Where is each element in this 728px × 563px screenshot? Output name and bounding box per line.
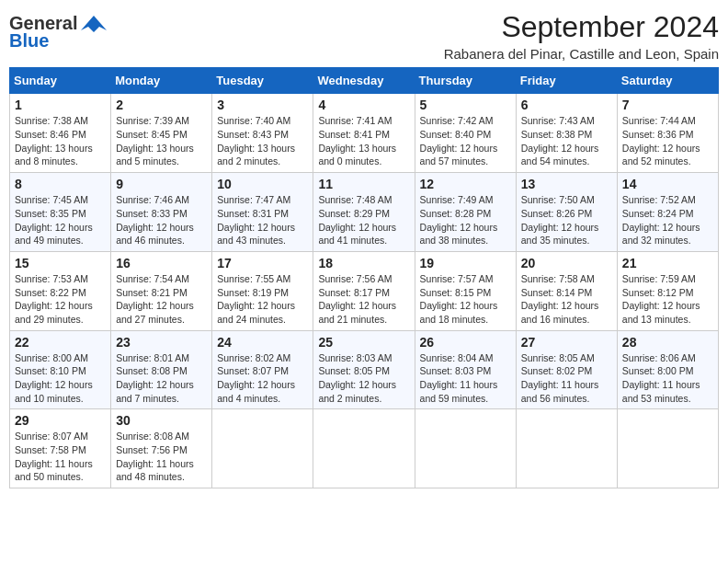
calendar-cell: 27Sunrise: 8:05 AMSunset: 8:02 PMDayligh… bbox=[516, 330, 617, 409]
day-number: 29 bbox=[15, 413, 106, 428]
calendar-cell: 6Sunrise: 7:43 AMSunset: 8:38 PMDaylight… bbox=[516, 94, 617, 173]
calendar-cell: 15Sunrise: 7:53 AMSunset: 8:22 PMDayligh… bbox=[10, 251, 111, 330]
day-info: Sunrise: 7:45 AMSunset: 8:35 PMDaylight:… bbox=[15, 193, 106, 247]
day-number: 18 bbox=[318, 256, 409, 270]
calendar-cell: 4Sunrise: 7:41 AMSunset: 8:41 PMDaylight… bbox=[313, 94, 415, 173]
calendar-cell: 1Sunrise: 7:38 AMSunset: 8:46 PMDaylight… bbox=[10, 94, 111, 173]
day-number: 5 bbox=[420, 98, 511, 112]
calendar-cell: 29Sunrise: 8:07 AMSunset: 7:58 PMDayligh… bbox=[10, 409, 111, 488]
day-info: Sunrise: 7:52 AMSunset: 8:24 PMDaylight:… bbox=[622, 193, 713, 247]
calendar-cell: 2Sunrise: 7:39 AMSunset: 8:45 PMDaylight… bbox=[111, 94, 212, 173]
day-info: Sunrise: 7:44 AMSunset: 8:36 PMDaylight:… bbox=[622, 114, 713, 168]
day-info: Sunrise: 7:49 AMSunset: 8:28 PMDaylight:… bbox=[420, 193, 511, 247]
calendar-cell: 21Sunrise: 7:59 AMSunset: 8:12 PMDayligh… bbox=[617, 251, 718, 330]
day-info: Sunrise: 7:56 AMSunset: 8:17 PMDaylight:… bbox=[318, 272, 409, 327]
day-info: Sunrise: 7:53 AMSunset: 8:22 PMDaylight:… bbox=[15, 272, 106, 327]
day-number: 6 bbox=[521, 98, 612, 112]
day-info: Sunrise: 8:07 AMSunset: 7:58 PMDaylight:… bbox=[15, 430, 106, 484]
logo: General Blue bbox=[9, 9, 107, 52]
column-header-friday: Friday bbox=[516, 68, 617, 94]
day-number: 22 bbox=[15, 335, 106, 350]
day-info: Sunrise: 8:06 AMSunset: 8:00 PMDaylight:… bbox=[622, 351, 713, 406]
day-info: Sunrise: 8:03 AMSunset: 8:05 PMDaylight:… bbox=[318, 351, 409, 406]
calendar-cell: 12Sunrise: 7:49 AMSunset: 8:28 PMDayligh… bbox=[415, 173, 516, 252]
day-number: 10 bbox=[217, 177, 308, 191]
column-header-tuesday: Tuesday bbox=[212, 68, 313, 94]
week-row-2: 8Sunrise: 7:45 AMSunset: 8:35 PMDaylight… bbox=[10, 173, 719, 252]
calendar-cell: 19Sunrise: 7:57 AMSunset: 8:15 PMDayligh… bbox=[415, 251, 516, 330]
day-number: 17 bbox=[217, 256, 308, 270]
calendar-cell bbox=[313, 409, 415, 488]
calendar-cell bbox=[212, 409, 313, 488]
day-number: 8 bbox=[15, 177, 106, 191]
column-header-thursday: Thursday bbox=[415, 68, 516, 94]
day-info: Sunrise: 7:41 AMSunset: 8:41 PMDaylight:… bbox=[318, 114, 409, 168]
day-info: Sunrise: 7:42 AMSunset: 8:40 PMDaylight:… bbox=[420, 114, 511, 168]
calendar-cell: 5Sunrise: 7:42 AMSunset: 8:40 PMDaylight… bbox=[415, 94, 516, 173]
day-number: 16 bbox=[116, 256, 207, 270]
day-number: 27 bbox=[521, 335, 612, 350]
calendar-cell: 25Sunrise: 8:03 AMSunset: 8:05 PMDayligh… bbox=[313, 330, 415, 409]
calendar-cell: 13Sunrise: 7:50 AMSunset: 8:26 PMDayligh… bbox=[516, 173, 617, 252]
logo-bird-icon bbox=[81, 14, 107, 34]
calendar-cell: 14Sunrise: 7:52 AMSunset: 8:24 PMDayligh… bbox=[617, 173, 718, 252]
day-info: Sunrise: 7:39 AMSunset: 8:45 PMDaylight:… bbox=[116, 114, 207, 168]
calendar-cell: 17Sunrise: 7:55 AMSunset: 8:19 PMDayligh… bbox=[212, 251, 313, 330]
day-number: 7 bbox=[622, 98, 713, 112]
day-number: 3 bbox=[217, 98, 308, 112]
day-number: 23 bbox=[116, 335, 207, 350]
calendar-cell bbox=[415, 409, 516, 488]
day-info: Sunrise: 7:47 AMSunset: 8:31 PMDaylight:… bbox=[217, 193, 308, 247]
day-number: 15 bbox=[15, 256, 106, 270]
calendar-cell: 23Sunrise: 8:01 AMSunset: 8:08 PMDayligh… bbox=[111, 330, 212, 409]
day-info: Sunrise: 8:04 AMSunset: 8:03 PMDaylight:… bbox=[420, 351, 511, 406]
week-row-3: 15Sunrise: 7:53 AMSunset: 8:22 PMDayligh… bbox=[10, 251, 719, 330]
day-number: 19 bbox=[420, 256, 511, 270]
day-info: Sunrise: 7:59 AMSunset: 8:12 PMDaylight:… bbox=[622, 272, 713, 327]
calendar-table: SundayMondayTuesdayWednesdayThursdayFrid… bbox=[9, 67, 719, 488]
calendar-title: September 2024 bbox=[444, 9, 719, 44]
page-header: General Blue September 2024 Rabanera del… bbox=[9, 9, 719, 62]
day-info: Sunrise: 7:48 AMSunset: 8:29 PMDaylight:… bbox=[318, 193, 409, 247]
svg-marker-0 bbox=[81, 16, 107, 32]
column-header-sunday: Sunday bbox=[10, 68, 111, 94]
calendar-cell: 18Sunrise: 7:56 AMSunset: 8:17 PMDayligh… bbox=[313, 251, 415, 330]
calendar-cell: 16Sunrise: 7:54 AMSunset: 8:21 PMDayligh… bbox=[111, 251, 212, 330]
day-info: Sunrise: 7:40 AMSunset: 8:43 PMDaylight:… bbox=[217, 114, 308, 168]
day-number: 9 bbox=[116, 177, 207, 191]
calendar-cell: 24Sunrise: 8:02 AMSunset: 8:07 PMDayligh… bbox=[212, 330, 313, 409]
day-number: 1 bbox=[15, 98, 106, 112]
day-number: 21 bbox=[622, 256, 713, 270]
day-headers-row: SundayMondayTuesdayWednesdayThursdayFrid… bbox=[10, 68, 719, 94]
day-info: Sunrise: 8:00 AMSunset: 8:10 PMDaylight:… bbox=[15, 351, 106, 406]
calendar-cell: 11Sunrise: 7:48 AMSunset: 8:29 PMDayligh… bbox=[313, 173, 415, 252]
calendar-subtitle: Rabanera del Pinar, Castille and Leon, S… bbox=[444, 46, 719, 62]
calendar-cell: 30Sunrise: 8:08 AMSunset: 7:56 PMDayligh… bbox=[111, 409, 212, 488]
calendar-cell: 20Sunrise: 7:58 AMSunset: 8:14 PMDayligh… bbox=[516, 251, 617, 330]
day-number: 13 bbox=[521, 177, 612, 191]
day-number: 20 bbox=[521, 256, 612, 270]
week-row-5: 29Sunrise: 8:07 AMSunset: 7:58 PMDayligh… bbox=[10, 409, 719, 488]
day-info: Sunrise: 7:43 AMSunset: 8:38 PMDaylight:… bbox=[521, 114, 612, 168]
day-info: Sunrise: 7:54 AMSunset: 8:21 PMDaylight:… bbox=[116, 272, 207, 327]
day-number: 2 bbox=[116, 98, 207, 112]
calendar-cell: 26Sunrise: 8:04 AMSunset: 8:03 PMDayligh… bbox=[415, 330, 516, 409]
day-info: Sunrise: 7:58 AMSunset: 8:14 PMDaylight:… bbox=[521, 272, 612, 327]
week-row-4: 22Sunrise: 8:00 AMSunset: 8:10 PMDayligh… bbox=[10, 330, 719, 409]
calendar-cell: 10Sunrise: 7:47 AMSunset: 8:31 PMDayligh… bbox=[212, 173, 313, 252]
day-info: Sunrise: 7:46 AMSunset: 8:33 PMDaylight:… bbox=[116, 193, 207, 247]
day-info: Sunrise: 7:50 AMSunset: 8:26 PMDaylight:… bbox=[521, 193, 612, 247]
day-info: Sunrise: 7:38 AMSunset: 8:46 PMDaylight:… bbox=[15, 114, 106, 168]
week-row-1: 1Sunrise: 7:38 AMSunset: 8:46 PMDaylight… bbox=[10, 94, 719, 173]
day-number: 11 bbox=[318, 177, 409, 191]
day-info: Sunrise: 7:55 AMSunset: 8:19 PMDaylight:… bbox=[217, 272, 308, 327]
calendar-cell: 22Sunrise: 8:00 AMSunset: 8:10 PMDayligh… bbox=[10, 330, 111, 409]
day-number: 28 bbox=[622, 335, 713, 350]
column-header-wednesday: Wednesday bbox=[313, 68, 415, 94]
logo-blue: Blue bbox=[9, 30, 49, 52]
calendar-cell: 28Sunrise: 8:06 AMSunset: 8:00 PMDayligh… bbox=[617, 330, 718, 409]
day-number: 26 bbox=[420, 335, 511, 350]
column-header-saturday: Saturday bbox=[617, 68, 718, 94]
calendar-cell bbox=[516, 409, 617, 488]
day-info: Sunrise: 8:05 AMSunset: 8:02 PMDaylight:… bbox=[521, 351, 612, 406]
